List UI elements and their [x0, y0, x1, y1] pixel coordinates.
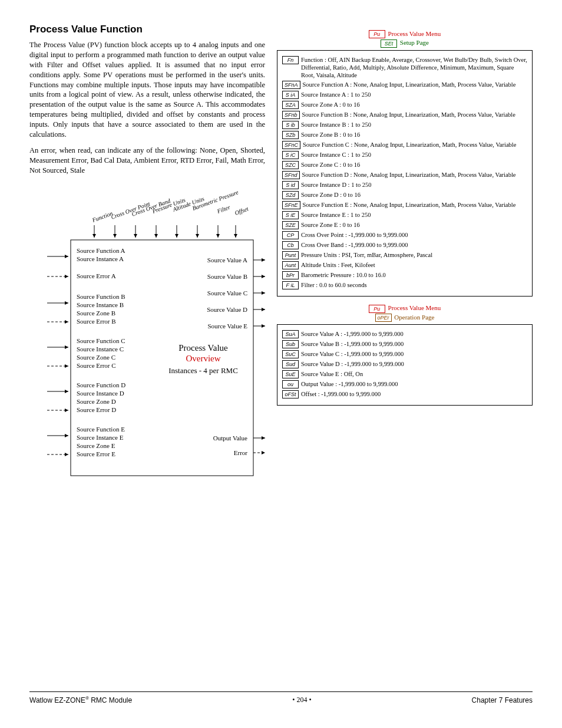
diag-text: Output Value — [213, 434, 247, 442]
param-description: Source Value B : -1,999.000 to 9,999.000 — [300, 340, 527, 348]
setup-menu-item: S iASource Instance A : 1 to 250 — [282, 91, 527, 99]
diag-text: Source Zone E — [77, 442, 115, 449]
setup-menu-item: SFnCSource Function C : None, Analog Inp… — [282, 141, 527, 149]
setup-menu-header: Pu Process Value Menu SEt Setup Page — [277, 29, 533, 48]
diag-text: Source Instance E — [77, 434, 124, 441]
param-code: S ib — [282, 121, 299, 129]
setup-menu-item: CbCross Over Band : -1,999.000 to 9,999.… — [282, 241, 527, 249]
param-code: F iL — [282, 281, 299, 289]
diag-text: Source Function B — [77, 293, 125, 300]
param-code: CP — [282, 231, 299, 239]
arc-label: Function — [91, 210, 114, 224]
param-description: Output Value : -1,999.000 to 9,999.000 — [300, 380, 527, 388]
section-title: Process Value Function — [29, 24, 265, 35]
param-description: Source Instance B : 1 to 250 — [300, 121, 527, 129]
param-description: Source Function E : None, Analog Input, … — [302, 201, 527, 209]
diag-text: Source Error D — [77, 406, 116, 413]
param-code: S iE — [282, 211, 299, 219]
operation-menu-item: SubSource Value B : -1,999.000 to 9,999.… — [282, 340, 527, 348]
param-code: Sub — [282, 340, 299, 348]
param-code: Sud — [282, 360, 299, 368]
setup-menu-item: PuntPressure Units : PSI, Torr, mBar, At… — [282, 251, 527, 259]
diag-text: Source Instance C — [77, 345, 124, 353]
setup-menu-item: S iESource Instance E : 1 to 250 — [282, 211, 527, 219]
operation-menu-item: SuESource Value E : Off, On — [282, 370, 527, 378]
operation-menu-item: SudSource Value D : -1,999.000 to 9,999.… — [282, 360, 527, 368]
setup-menu-item: S ibSource Instance B : 1 to 250 — [282, 121, 527, 129]
param-code: SZE — [282, 221, 299, 229]
diag-text: Source Function E — [77, 426, 125, 433]
param-code: oFSt — [282, 390, 299, 398]
param-code: SuE — [282, 370, 299, 378]
paragraph-2: An error, when read, can indicate any of… — [29, 146, 265, 176]
diag-text: Source Instance A — [77, 255, 124, 262]
arc-label: Filter — [216, 204, 231, 215]
diag-text: Source Instance B — [77, 301, 124, 308]
param-description: Source Instance D : 1 to 250 — [300, 181, 527, 189]
paragraph-1: The Process Value (PV) function block ac… — [29, 40, 265, 140]
param-description: Source Instance E : 1 to 250 — [300, 211, 527, 219]
param-code: Fn — [282, 56, 299, 64]
operation-menu-item: SuCSource Value C : -1,999.000 to 9,999.… — [282, 350, 527, 358]
diag-text: Source Error C — [77, 362, 116, 369]
diag-text: Source Zone C — [77, 354, 115, 361]
diag-text: Source Value C — [207, 289, 247, 297]
diag-text: Source Function D — [77, 381, 125, 388]
param-code: SZC — [282, 161, 299, 169]
param-code: Aunt — [282, 261, 299, 269]
param-code: SZA — [282, 101, 299, 109]
param-description: Source Zone B : 0 to 16 — [300, 131, 527, 139]
param-code: bPr — [282, 271, 299, 279]
diag-text: Source Error E — [77, 450, 115, 457]
param-description: Source Function B : None, Analog Input, … — [301, 111, 527, 118]
param-description: Source Function A : None, Analog Input, … — [302, 81, 527, 88]
setup-menu-item: CPCross Over Point : -1,999.000 to 9,999… — [282, 231, 527, 239]
diag-text: Source Value D — [207, 306, 247, 313]
param-description: Source Value E : Off, On — [300, 370, 527, 378]
process-value-diagram: Function Cross Over Point Cross Over Ban… — [29, 181, 265, 487]
setup-menu-item: SZdSource Zone D : 0 to 16 — [282, 191, 527, 199]
setup-menu-box: FnFunction : Off, AIN Backup Enable, Ave… — [277, 50, 533, 297]
diag-subtitle: Instances - 4 per RMC — [168, 366, 238, 375]
param-description: Source Function D : None, Analog Input, … — [301, 171, 527, 179]
diag-text: Source Value E — [207, 322, 247, 330]
setup-menu-item: SZCSource Zone C : 0 to 16 — [282, 161, 527, 169]
diag-text: Source Instance D — [77, 390, 124, 397]
setup-menu-item: SFndSource Function D : None, Analog Inp… — [282, 171, 527, 179]
diag-title: Overview — [186, 354, 220, 363]
diag-text: Error — [234, 449, 248, 456]
param-description: Source Instance C : 1 to 250 — [300, 151, 527, 159]
diag-text: Source Function A — [77, 247, 125, 254]
param-description: Source Instance A : 1 to 250 — [300, 91, 527, 98]
left-column: Process Value Function The Process Value… — [29, 24, 265, 674]
param-description: Offset : -1,999.000 to 9,999.000 — [300, 390, 527, 398]
diag-text: Source Error A — [77, 272, 116, 279]
right-column: Pu Process Value Menu SEt Setup Page FnF… — [277, 24, 533, 674]
operation-menu-box: SuASource Value A : -1,999.000 to 9,999.… — [277, 324, 533, 406]
param-code: SFnC — [282, 141, 300, 149]
setup-menu-item: SZbSource Zone B : 0 to 16 — [282, 131, 527, 139]
param-code: S iA — [282, 91, 299, 99]
diag-text: Source Function C — [77, 337, 125, 344]
setup-menu-item: S idSource Instance D : 1 to 250 — [282, 181, 527, 189]
param-code: SuC — [282, 350, 299, 358]
param-code: SFnd — [282, 171, 300, 179]
param-code: Punt — [282, 251, 299, 259]
diag-text: Source Value A — [207, 256, 247, 263]
param-description: Barometric Pressure : 10.0 to 16.0 — [300, 271, 527, 279]
arc-label: Offset — [234, 206, 249, 217]
param-description: Source Zone E : 0 to 16 — [300, 221, 527, 229]
param-description: Source Zone D : 0 to 16 — [300, 191, 527, 199]
param-description: Source Value A : -1,999.000 to 9,999.000 — [300, 330, 527, 338]
param-code: SZb — [282, 131, 299, 139]
param-description: Source Zone A : 0 to 16 — [300, 101, 527, 108]
param-description: Cross Over Band : -1,999.000 to 9,999.00… — [300, 241, 527, 249]
setup-menu-item: FnFunction : Off, AIN Backup Enable, Ave… — [282, 56, 527, 79]
param-code: SFnE — [282, 201, 300, 209]
param-code: Cb — [282, 241, 299, 249]
setup-menu-item: AuntAltitude Units : Feet, Kilofeet — [282, 261, 527, 269]
param-description: Source Zone C : 0 to 16 — [300, 161, 527, 169]
operation-menu-item: oFStOffset : -1,999.000 to 9,999.000 — [282, 390, 527, 398]
param-code: SuA — [282, 330, 299, 338]
param-code: ou — [282, 380, 299, 388]
